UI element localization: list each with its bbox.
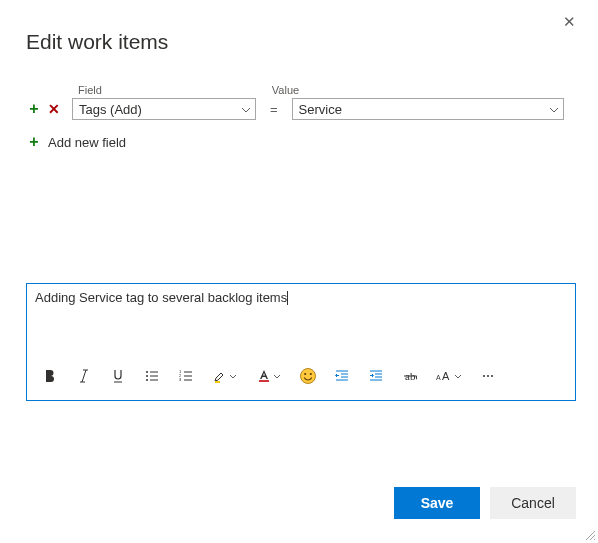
svg-point-8 [304, 373, 306, 375]
svg-rect-6 [259, 380, 269, 382]
value-dropdown[interactable]: Service [292, 98, 564, 120]
chevron-down-icon [273, 374, 281, 379]
numbered-list-icon: 123 [179, 369, 193, 383]
increase-indent-button[interactable] [359, 362, 393, 390]
fields-area: Field Value + ✕ Tags (Add) = Service + A… [26, 84, 576, 150]
svg-point-14 [487, 375, 489, 377]
editor-content: Adding Service tag to several backlog it… [35, 290, 287, 305]
more-icon [481, 369, 495, 383]
increase-indent-icon [369, 369, 383, 383]
chevron-down-icon [549, 104, 559, 115]
highlight-icon [213, 369, 227, 383]
close-icon[interactable]: ✕ [563, 14, 576, 29]
numbered-list-button[interactable]: 123 [169, 362, 203, 390]
svg-point-13 [483, 375, 485, 377]
add-row-button[interactable]: + [26, 101, 42, 117]
field-dropdown[interactable]: Tags (Add) [72, 98, 256, 120]
field-column-headers: Field Value [26, 84, 576, 96]
svg-point-15 [491, 375, 493, 377]
bold-icon [43, 369, 57, 383]
resize-grip[interactable] [582, 527, 596, 541]
cancel-button[interactable]: Cancel [490, 487, 576, 519]
add-new-field-label: Add new field [48, 135, 126, 150]
bullet-list-icon [145, 369, 159, 383]
svg-point-2 [146, 379, 148, 381]
field-row: + ✕ Tags (Add) = Service [26, 98, 576, 120]
font-size-icon: AA [436, 369, 452, 383]
field-header-label: Field [78, 84, 102, 96]
underline-button[interactable] [101, 362, 135, 390]
add-new-field-button[interactable]: + Add new field [26, 134, 576, 150]
editor-toolbar: 123 abc AA [27, 356, 575, 400]
svg-point-7 [301, 369, 316, 384]
font-size-button[interactable]: AA [427, 362, 471, 390]
italic-icon [77, 369, 91, 383]
dialog-buttons: Save Cancel [394, 487, 576, 519]
strikethrough-icon: abc [403, 369, 417, 383]
font-color-icon [257, 369, 271, 383]
svg-text:A: A [436, 374, 441, 381]
plus-icon: + [26, 134, 42, 150]
italic-button[interactable] [67, 362, 101, 390]
svg-point-0 [146, 371, 148, 373]
bold-button[interactable] [33, 362, 67, 390]
equals-label: = [270, 102, 278, 117]
resize-grip-icon [582, 527, 596, 541]
more-options-button[interactable] [471, 362, 505, 390]
field-dropdown-value: Tags (Add) [79, 102, 142, 117]
chevron-down-icon [241, 104, 251, 115]
decrease-indent-icon [335, 369, 349, 383]
highlight-button[interactable] [203, 362, 247, 390]
value-header-label: Value [272, 84, 299, 96]
rich-text-editor: Adding Service tag to several backlog it… [26, 283, 576, 401]
strikethrough-button[interactable]: abc [393, 362, 427, 390]
save-button[interactable]: Save [394, 487, 480, 519]
underline-icon [111, 369, 125, 383]
editor-textarea[interactable]: Adding Service tag to several backlog it… [27, 284, 575, 356]
svg-text:A: A [442, 370, 450, 382]
emoji-icon [299, 367, 317, 385]
font-color-button[interactable] [247, 362, 291, 390]
dialog-title: Edit work items [26, 30, 168, 54]
bullet-list-button[interactable] [135, 362, 169, 390]
svg-point-9 [310, 373, 312, 375]
chevron-down-icon [229, 374, 237, 379]
remove-row-button[interactable]: ✕ [46, 101, 62, 117]
value-dropdown-value: Service [299, 102, 342, 117]
svg-text:3: 3 [179, 377, 182, 382]
emoji-button[interactable] [291, 362, 325, 390]
svg-point-1 [146, 375, 148, 377]
decrease-indent-button[interactable] [325, 362, 359, 390]
chevron-down-icon [454, 374, 462, 379]
text-cursor [287, 291, 288, 305]
